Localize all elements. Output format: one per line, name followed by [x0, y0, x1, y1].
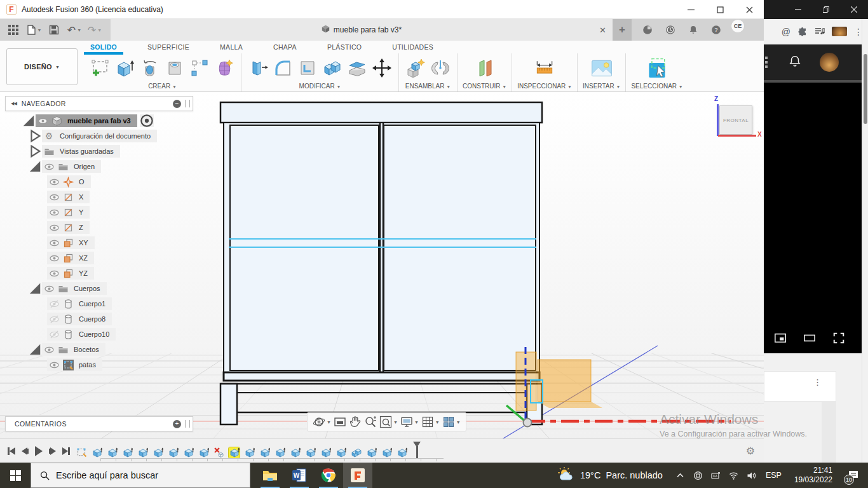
search-input[interactable] — [56, 470, 227, 480]
taskbar-app-explorer[interactable] — [255, 463, 285, 488]
visibility-eye-on-icon[interactable] — [42, 161, 56, 172]
insert-image-tool[interactable] — [590, 56, 613, 80]
tree-item-cuerpo1[interactable]: Cuerpo1 — [47, 297, 112, 310]
collapse-panel-icon[interactable]: ◀◀ — [11, 101, 17, 106]
browser-scrollbar[interactable] — [862, 19, 868, 463]
timeline-feature-combine[interactable] — [351, 447, 362, 458]
tree-item-cuerpo10[interactable]: Cuerpo10 — [47, 328, 116, 341]
ribbon-group-label[interactable]: INSPECCIONAR ▼ — [517, 83, 572, 92]
miniplayer-icon[interactable] — [774, 332, 787, 347]
go-to-end-button[interactable] — [62, 447, 70, 455]
viewcube[interactable]: Z FRONTAL X — [709, 99, 761, 141]
timeline-feature-error[interactable] — [214, 447, 224, 458]
chrome-restore-button[interactable] — [812, 0, 840, 19]
viewport-canvas[interactable]: ◀◀ NAVEGADOR − mueble para fab v3⚙Config… — [0, 93, 764, 438]
measure-tool[interactable] — [533, 56, 556, 80]
play-button[interactable] — [35, 446, 43, 456]
timeline-feature-extrude[interactable] — [168, 447, 179, 458]
expander-open-icon[interactable] — [28, 159, 42, 173]
expander-open-icon[interactable] — [28, 281, 42, 295]
keyboard-icon[interactable] — [709, 463, 724, 488]
hole-tool[interactable] — [163, 56, 186, 80]
redo-icon[interactable]: ↷▼ — [86, 22, 103, 37]
timeline-feature-extrude[interactable] — [259, 447, 270, 458]
ribbon-tab-malla[interactable]: MALLA — [219, 41, 244, 53]
grid-settings-icon[interactable]: ▼ — [421, 416, 440, 428]
youtube-account-avatar[interactable] — [820, 53, 839, 72]
timeline-feature-extrude[interactable] — [244, 447, 255, 458]
extensions-icon[interactable] — [639, 22, 656, 37]
tree-item-cuerpo8[interactable]: Cuerpo8 — [47, 313, 112, 325]
timeline-feature-extrude[interactable] — [107, 447, 118, 458]
design-menu-button[interactable]: DISEÑO▼ — [6, 48, 78, 85]
ribbon-tab-superficie[interactable]: SUPERFICIE — [146, 41, 191, 53]
tree-item-origen[interactable]: Origen — [42, 160, 101, 173]
joint-tool[interactable] — [429, 56, 452, 80]
taskbar-app-fusion[interactable] — [343, 463, 372, 488]
ribbon-group-label[interactable]: CONSTRUIR ▼ — [463, 83, 506, 92]
tree-item-configuración-del-documento[interactable]: ⚙Configuración del documento — [42, 130, 157, 142]
wifi-icon[interactable] — [726, 463, 742, 488]
fillet-tool[interactable] — [271, 56, 294, 80]
tree-item-xz[interactable]: XZ — [47, 252, 94, 264]
combine-tool[interactable] — [321, 56, 344, 80]
chrome-minimize-button[interactable] — [784, 0, 812, 19]
shell-tool[interactable] — [296, 56, 319, 80]
fit-icon[interactable]: ▼ — [379, 416, 398, 428]
timeline-playhead[interactable] — [413, 442, 421, 458]
ribbon-tab-plástico[interactable]: PLÁSTICO — [326, 41, 363, 53]
orbit-icon[interactable]: ▼ — [313, 416, 331, 428]
expander-open-icon[interactable] — [22, 114, 36, 128]
start-button[interactable] — [0, 463, 31, 488]
ribbon-tab-solido[interactable]: SOLIDO — [89, 41, 118, 53]
scrollbar-thumb[interactable] — [864, 54, 867, 124]
ribbon-tab-chapa[interactable]: CHAPA — [272, 41, 298, 53]
fullscreen-icon[interactable] — [832, 332, 845, 347]
visibility-eye-on-icon[interactable] — [42, 283, 56, 294]
tree-item-y[interactable]: Y — [47, 206, 90, 219]
visibility-eye-off-icon[interactable] — [47, 329, 61, 340]
timeline-feature-extrude[interactable] — [305, 447, 316, 458]
theater-mode-icon[interactable] — [803, 332, 816, 347]
viewcube-front-face[interactable]: FRONTAL — [719, 105, 752, 135]
ribbon-group-label[interactable]: SELECCIONAR ▼ — [631, 83, 682, 92]
browser-profile-avatar[interactable] — [832, 27, 847, 36]
expander-closed-icon[interactable] — [28, 129, 42, 143]
panel-drag-handle[interactable] — [185, 420, 190, 428]
timeline-feature-extrude[interactable] — [122, 447, 133, 458]
media-controls-icon[interactable]: @ — [782, 27, 790, 37]
minimize-button[interactable] — [676, 0, 705, 19]
extensions-puzzle-icon[interactable] — [797, 27, 808, 37]
visibility-eye-on-icon[interactable] — [47, 253, 61, 264]
timeline-feature-extrude-active[interactable] — [229, 447, 240, 458]
more-options-kebab-icon[interactable]: ⋮ — [813, 381, 822, 384]
visibility-eye-off-icon[interactable] — [47, 314, 61, 325]
visibility-eye-on-icon[interactable] — [47, 207, 61, 218]
form-tool[interactable] — [213, 56, 236, 80]
display-settings-icon[interactable]: ▼ — [400, 416, 419, 428]
job-status-clock-icon[interactable] — [662, 22, 679, 37]
timeline-feature-extrude[interactable] — [320, 447, 331, 458]
extrude-tool[interactable] — [114, 56, 137, 80]
select-tool[interactable] — [646, 56, 668, 80]
account-avatar[interactable]: CE — [731, 19, 745, 33]
maximize-button[interactable] — [705, 0, 735, 19]
timeline-feature-extrude[interactable] — [275, 447, 285, 458]
apps-grid-icon[interactable] — [765, 57, 768, 68]
zoom-icon[interactable] — [364, 416, 377, 428]
move-tool[interactable] — [370, 56, 393, 80]
tree-item-mueble-para-fab-v3[interactable]: mueble para fab v3 — [36, 114, 137, 127]
taskbar-search[interactable] — [31, 463, 250, 488]
activate-component-radio[interactable] — [140, 114, 154, 127]
comments-panel-header[interactable]: COMENTARIOS + — [5, 416, 193, 431]
timeline-feature-extrude[interactable] — [366, 447, 377, 458]
new-tab-button[interactable]: + — [613, 19, 632, 41]
tree-item-bocetos[interactable]: Bocetos — [42, 343, 105, 356]
new-component-tool[interactable] — [404, 56, 427, 80]
pattern-tool[interactable] — [188, 56, 211, 80]
viewports-icon[interactable]: ▼ — [442, 416, 461, 428]
revolve-tool[interactable] — [139, 56, 161, 80]
timeline-feature-extrude[interactable] — [137, 447, 148, 458]
visibility-eye-on-icon[interactable] — [47, 177, 61, 187]
timeline-settings-gear-icon[interactable]: ⚙ — [746, 445, 755, 457]
